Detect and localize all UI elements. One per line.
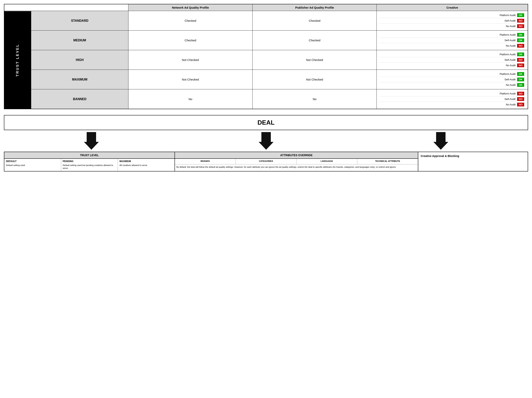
high-network-aq: Not Checked (128, 50, 252, 70)
header-network-aq: Network Ad Quality Profile (128, 4, 252, 11)
medium-no-audit: No Audit NO (379, 43, 525, 48)
standard-publisher-aq: Checked (253, 11, 377, 31)
deal-section: DEAL TRUST LEVEL DEFAULT (4, 115, 528, 171)
high-publisher-aq: Not Checked (253, 50, 377, 70)
down-arrow-center-icon (259, 132, 273, 150)
bottom-trust-level-header: TRUST LEVEL (4, 152, 175, 159)
banned-creative: Platform Audit NO Self-Audit NO No Audit… (377, 89, 528, 109)
attr-brands: BRANDS (175, 159, 236, 164)
bottom-trust-level-col: TRUST LEVEL DEFAULT Default setting used… (4, 152, 175, 171)
medium-network-aq: Checked (128, 31, 252, 50)
banned-network-aq: No (128, 89, 252, 109)
trust-sub-pending: PENDING Default setting used but pending… (61, 159, 118, 171)
row-label-banned: BANNED (31, 89, 128, 109)
down-arrow-right-icon (433, 132, 448, 150)
banned-self-audit: Self-Audit NO (379, 96, 525, 102)
row-label-standard: STANDARD (31, 11, 128, 31)
bottom-creative-col: Creative Approval & Blocking (418, 152, 528, 171)
trust-sub-default: DEFAULT Default setting used (4, 159, 61, 171)
maximum-platform-audit: Platform Audit OK (379, 71, 525, 77)
standard-creative: Platform Audit OK Self-Audit NO No Audit… (377, 11, 528, 31)
attr-language: LANGUAGE (297, 159, 357, 164)
row-label-high: HIGH (31, 50, 128, 70)
medium-self-audit: Self-Audit OK (379, 38, 525, 43)
creative-approval-header: Creative Approval & Blocking (418, 152, 528, 160)
standard-platform-audit: Platform Audit OK (379, 12, 525, 18)
attr-categories: CATEGORIES (236, 159, 297, 164)
svg-marker-0 (84, 132, 99, 150)
header-publisher-aq: Publisher Ad Quality Profile (253, 4, 377, 11)
attr-technical: TECHNICAL ATTRIBUTE (357, 159, 418, 164)
maximum-no-audit: No Audit OK (379, 82, 525, 87)
trust-level-table: Network Ad Quality Profile Publisher Ad … (4, 4, 528, 109)
maximum-self-audit: Self-Audit OK (379, 77, 525, 82)
svg-marker-1 (259, 132, 273, 150)
banned-no-audit: No Audit NO (379, 102, 525, 107)
attr-description: By default, the deal will follow the def… (175, 164, 418, 170)
deal-title: DEAL (4, 115, 528, 130)
banned-publisher-aq: No (253, 89, 377, 109)
medium-publisher-aq: Checked (253, 31, 377, 50)
arrows-row (4, 130, 528, 152)
banned-platform-audit: Platform Audit NO (379, 91, 525, 96)
medium-creative: Platform Audit OK Self-Audit OK No Audit… (377, 31, 528, 50)
bottom-trust-level-content: DEFAULT Default setting used PENDING Def… (4, 159, 175, 171)
bottom-attributes-col: ATTRIBUTES OVERRIDE BRANDS CATEGORIES LA… (175, 152, 418, 171)
header-creative: Creative (377, 4, 528, 11)
bottom-row: TRUST LEVEL DEFAULT Default setting used… (4, 152, 528, 171)
row-label-medium: MEDIUM (31, 31, 128, 50)
maximum-publisher-aq: Not Checked (253, 70, 377, 89)
standard-self-audit: Self-Audit NO (379, 18, 525, 24)
down-arrow-left-icon (84, 132, 99, 150)
maximum-creative: Platform Audit OK Self-Audit OK No Audit… (377, 70, 528, 89)
trust-sub-columns: DEFAULT Default setting used PENDING Def… (4, 159, 175, 171)
arrow-center (179, 132, 353, 150)
bottom-attributes-content: BRANDS CATEGORIES LANGUAGE TECHNICAL ATT… (175, 159, 418, 170)
trust-level-label: TRUST LEVEL (4, 11, 31, 109)
standard-no-audit: No Audit NO (379, 24, 525, 29)
svg-marker-2 (433, 132, 448, 150)
trust-sub-maximum: MAXIMUM All creatives allowed to serve (118, 159, 175, 171)
bottom-attributes-header: ATTRIBUTES OVERRIDE (175, 152, 418, 159)
high-self-audit: Self-Audit NO (379, 57, 525, 63)
attr-sub-columns: BRANDS CATEGORIES LANGUAGE TECHNICAL ATT… (175, 159, 418, 164)
medium-platform-audit: Platform Audit OK (379, 32, 525, 38)
row-label-maximum: MAXIMUM (31, 70, 128, 89)
arrow-left (4, 132, 179, 150)
high-creative: Platform Audit OK Self-Audit NO No Audit… (377, 50, 528, 70)
arrow-right (353, 132, 528, 150)
high-no-audit: No Audit NO (379, 63, 525, 68)
standard-network-aq: Checked (128, 11, 252, 31)
high-platform-audit: Platform Audit OK (379, 52, 525, 57)
maximum-network-aq: Not Checked (128, 70, 252, 89)
